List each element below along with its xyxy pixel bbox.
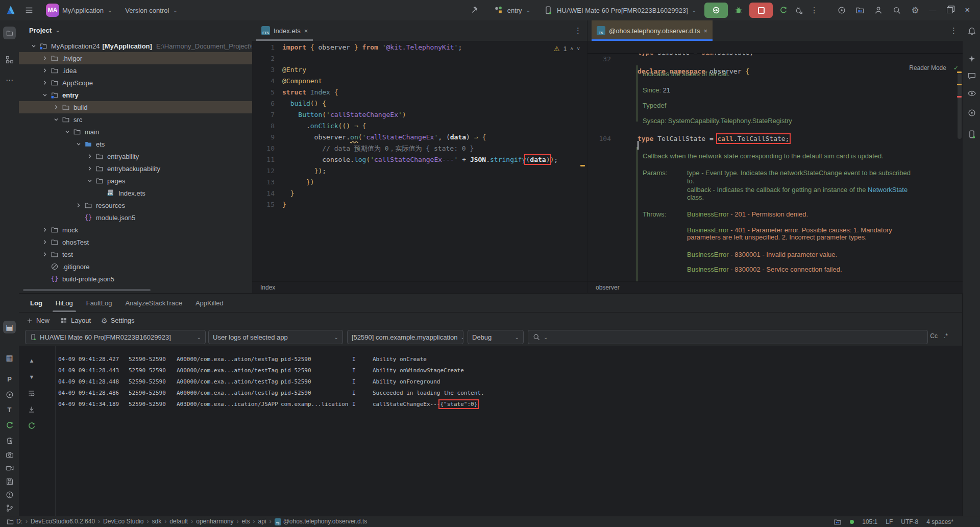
indent-style[interactable]: 4 spaces* <box>926 518 953 525</box>
log-level-select[interactable]: Debug⌄ <box>468 330 524 344</box>
editor-scrollbar[interactable] <box>958 73 962 139</box>
editor-options-kebab-icon[interactable]: ⋮ <box>574 26 582 35</box>
log-tab-appkilled[interactable]: AppKilled <box>195 294 224 312</box>
log-toolwindow-icon[interactable]: ▤ <box>3 321 16 333</box>
eye-preview-icon[interactable] <box>965 87 978 100</box>
chevron-right-icon[interactable] <box>40 250 50 258</box>
delete-icon[interactable] <box>3 434 16 447</box>
log-device-select[interactable]: HUAWEI Mate 60 Pro[FMR0223B16029923]⌄ <box>25 330 206 344</box>
inspection-widget[interactable]: ⚠ 1 ˄ ˅ <box>554 45 580 53</box>
screenshot-camera-icon[interactable] <box>3 448 16 461</box>
inspector-target-icon[interactable] <box>965 106 978 119</box>
scroll-up-icon[interactable]: ▲ <box>26 355 37 366</box>
chevron-down-icon[interactable] <box>40 91 50 99</box>
chevron-down-icon[interactable] <box>74 140 83 148</box>
code-line-15[interactable]: 15} <box>252 199 587 210</box>
log-search-box[interactable]: ⌄ <box>528 330 928 344</box>
notifications-bell-icon[interactable] <box>965 25 978 37</box>
breadcrumb-segment[interactable]: api <box>258 518 266 525</box>
tree-item-main[interactable]: main <box>19 126 252 138</box>
problems-icon[interactable] <box>3 488 16 501</box>
device-file-browser-icon[interactable] <box>854 5 866 16</box>
chevron-down-icon[interactable] <box>29 42 38 50</box>
breadcrumb[interactable]: observer <box>587 281 963 293</box>
attach-debugger-button[interactable] <box>793 5 804 16</box>
log-output[interactable]: 04-09 09:41:28.42752590-52590A00000/com.… <box>56 346 962 516</box>
code-line-3[interactable]: 3@Entry <box>252 64 587 76</box>
code-line-5[interactable]: 5struct Index { <box>252 87 587 98</box>
profiler-icon[interactable]: P <box>3 373 16 386</box>
breadcrumb-segment[interactable]: ets <box>242 518 250 525</box>
stop-button[interactable] <box>749 3 773 18</box>
close-icon[interactable]: × <box>304 27 308 35</box>
code-line-10[interactable]: 10 // data 预期值为 0，实际值为 { state: 0 } <box>252 143 587 154</box>
version-control-menu[interactable]: Version control <box>125 7 169 14</box>
code-line-6[interactable]: 6 build() { <box>252 98 587 109</box>
code-line-2[interactable]: 2 <box>252 53 587 64</box>
log-row[interactable]: 04-09 09:41:28.44852590-52590A00000/com.… <box>56 376 962 388</box>
tree-item-appscope[interactable]: AppScope <box>19 77 252 89</box>
tree-item-ohostest[interactable]: ohosTest <box>19 236 252 248</box>
tree-item--idea[interactable]: .idea <box>19 64 252 77</box>
scroll-to-end-icon[interactable] <box>26 404 37 415</box>
tree-item-src[interactable]: src <box>19 113 252 126</box>
code-line-12[interactable]: 12 }); <box>252 165 587 177</box>
chat-icon[interactable] <box>965 69 978 82</box>
more-actions-icon[interactable]: ⋮ <box>808 5 820 16</box>
save-log-icon[interactable] <box>3 475 16 488</box>
tree-item-module-json5[interactable]: {}module.json5 <box>19 211 252 224</box>
breadcrumb-segment[interactable]: DevEco Studio <box>103 518 143 525</box>
rerun-button[interactable] <box>778 5 789 16</box>
todo-icon[interactable]: T <box>3 403 16 416</box>
tree-item-entry[interactable]: entry <box>19 89 252 101</box>
match-case-toggle[interactable]: Cc <box>930 332 938 340</box>
code-line-11[interactable]: 11 console.log('callStateChangeEx---' + … <box>252 154 587 165</box>
status-breadcrumbs[interactable]: D:›DevEcoStudio6.0.2.640›DevEco Studio›s… <box>16 518 367 525</box>
structure-toolwindow-icon[interactable] <box>3 53 16 66</box>
search-everywhere-icon[interactable] <box>891 5 902 16</box>
log-process-select[interactable]: [52590] com.example.myapplication⌄ <box>347 330 463 344</box>
more-toolwindows-icon[interactable]: ⋯ <box>3 74 16 86</box>
breadcrumb-segment[interactable]: D: <box>16 518 22 525</box>
breadcrumb-segment[interactable]: openharmony <box>196 518 233 525</box>
tree-horizontal-scrollbar[interactable] <box>23 289 151 291</box>
chevron-down-icon[interactable] <box>63 128 72 136</box>
project-panel-header[interactable]: Project ⌄ <box>19 20 252 40</box>
tree-item-pages[interactable]: pages <box>19 175 252 187</box>
log-type-select[interactable]: User logs of selected app⌄ <box>208 330 343 344</box>
tree-item-entryability[interactable]: entryability <box>19 150 252 162</box>
log-tab-faultlog[interactable]: FaultLog <box>86 294 112 312</box>
screen-record-icon[interactable] <box>3 462 16 474</box>
caret-position[interactable]: 105:1 <box>862 518 877 525</box>
chevron-right-icon[interactable] <box>40 54 50 62</box>
sync-icon[interactable] <box>3 419 16 432</box>
code-editor-left[interactable]: 1import { observer } from '@kit.Telephon… <box>252 41 587 282</box>
code-line-14[interactable]: 14 } <box>252 188 587 199</box>
log-panel-title[interactable]: Log <box>30 299 42 307</box>
log-row[interactable]: 04-09 09:41:28.42752590-52590A00000/com.… <box>56 354 962 365</box>
account-icon[interactable] <box>873 5 884 16</box>
new-log-session-button[interactable]: New <box>26 315 50 326</box>
run-button[interactable] <box>704 3 728 18</box>
tree-item--hvigor[interactable]: .hvigor <box>19 52 252 64</box>
main-menu-icon[interactable] <box>23 5 35 16</box>
window-close-button[interactable]: × <box>959 0 976 20</box>
project-avatar[interactable]: MA <box>46 4 59 17</box>
chevron-down-icon[interactable] <box>85 177 94 185</box>
tree-item-ets[interactable]: ets <box>19 138 252 150</box>
code-line-13[interactable]: 13 }) <box>252 177 587 188</box>
ai-assistant-icon[interactable] <box>965 52 978 65</box>
breadcrumb-segment[interactable]: default <box>169 518 188 525</box>
close-icon[interactable]: × <box>703 27 707 35</box>
next-problem-icon[interactable]: ˅ <box>577 46 580 52</box>
chevron-right-icon[interactable] <box>85 152 94 160</box>
soft-wrap-icon[interactable] <box>26 388 37 399</box>
locate-target-icon[interactable] <box>836 5 847 16</box>
tree-item-resources[interactable]: resources <box>19 199 252 211</box>
build-hammer-icon[interactable] <box>469 5 480 16</box>
breadcrumb-segment[interactable]: @ohos.telephony.observer.d.ts <box>283 518 368 525</box>
tree-item-build[interactable]: build <box>19 101 252 113</box>
debug-button[interactable] <box>733 5 744 16</box>
regex-toggle[interactable]: .* <box>944 332 948 340</box>
chevron-right-icon[interactable] <box>40 238 50 246</box>
